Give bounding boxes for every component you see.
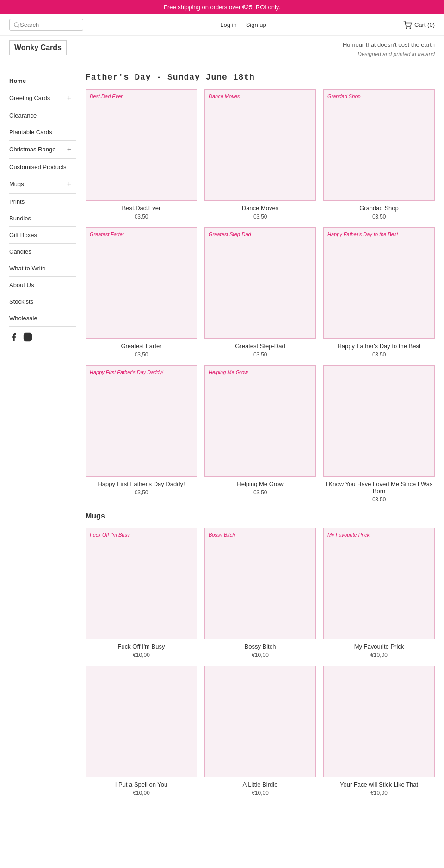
product-image-greatest-farter: Greatest Farter	[86, 227, 197, 339]
product-price: €10,00	[86, 790, 197, 796]
product-price: €3,50	[86, 213, 197, 220]
product-image-happy-fathers-day-best: Happy Father's Day to the Best	[323, 227, 435, 339]
sidebar-item-greeting-cards[interactable]: Greeting Cards +	[9, 89, 76, 107]
login-link[interactable]: Log in	[220, 21, 236, 28]
product-img-placeholder	[324, 366, 434, 476]
fathers-day-grid: Best.Dad.Ever Best.Dad.Ever €3,50 Dance …	[86, 89, 435, 503]
product-name: Happy Father's Day to the Best	[323, 343, 435, 350]
facebook-icon	[9, 332, 18, 342]
product-price: €10,00	[204, 652, 316, 658]
sidebar-item-label: Home	[9, 77, 26, 84]
product-card-fuck-off-busy[interactable]: Fuck Off I'm Busy Fuck Off I'm Busy €10,…	[86, 528, 197, 658]
product-card-dance-moves[interactable]: Dance Moves Dance Moves €3,50	[204, 89, 316, 220]
product-image-happy-first-fathers-day: Happy First Father's Day Daddy!	[86, 365, 197, 477]
product-card-bossy-bitch[interactable]: Bossy Bitch Bossy Bitch €10,00	[204, 528, 316, 658]
cart-icon	[403, 21, 412, 29]
product-label: Dance Moves	[209, 94, 240, 99]
product-card-best-dad[interactable]: Best.Dad.Ever Best.Dad.Ever €3,50	[86, 89, 197, 220]
header-nav: Log in Sign up	[220, 21, 266, 28]
header: Log in Sign up Cart (0)	[0, 14, 444, 36]
product-card-greatest-step-dad[interactable]: Greatest Step-Dad Greatest Step-Dad €3,5…	[204, 227, 316, 358]
sidebar-item-plantable-cards[interactable]: Plantable Cards	[9, 124, 76, 141]
product-img-placeholder	[86, 666, 197, 777]
mugs-grid: Fuck Off I'm Busy Fuck Off I'm Busy €10,…	[86, 528, 435, 796]
instagram-icon	[23, 332, 32, 342]
product-price: €3,50	[323, 496, 435, 503]
product-price: €3,50	[86, 489, 197, 496]
product-card-helping-me-grow[interactable]: Helping Me Grow Helping Me Grow €3,50	[204, 365, 316, 503]
product-name: Fuck Off I'm Busy	[86, 643, 197, 650]
product-name: Happy First Father's Day Daddy!	[86, 481, 197, 487]
expand-icon: +	[67, 145, 71, 154]
product-price: €10,00	[323, 652, 435, 658]
product-card-i-put-a-spell[interactable]: I Put a Spell on You €10,00	[86, 666, 197, 796]
product-label: Greatest Farter	[90, 231, 124, 237]
sidebar-item-label: Bundles	[9, 215, 31, 222]
product-card-happy-fathers-day-best[interactable]: Happy Father's Day to the Best Happy Fat…	[323, 227, 435, 358]
product-label: Happy First Father's Day Daddy!	[90, 369, 163, 375]
product-name: Helping Me Grow	[204, 481, 316, 487]
product-name: Bossy Bitch	[204, 643, 316, 650]
search-form[interactable]	[9, 19, 83, 31]
sidebar-item-clearance[interactable]: Clearance	[9, 107, 76, 124]
product-name: Best.Dad.Ever	[86, 205, 197, 212]
product-image-your-face-will-stick	[323, 666, 435, 777]
product-name: Grandad Shop	[323, 205, 435, 212]
product-img-placeholder	[324, 528, 434, 639]
product-price: €10,00	[204, 790, 316, 796]
tagline: Humour that doesn't cost the earth Desig…	[343, 40, 435, 59]
sidebar-item-label: Mugs	[9, 181, 24, 187]
svg-point-2	[406, 28, 407, 29]
product-label: Helping Me Grow	[209, 369, 248, 375]
product-image-i-know-you-have-loved	[323, 365, 435, 477]
product-img-placeholder	[205, 528, 315, 639]
product-price: €3,50	[204, 351, 316, 358]
product-card-your-face-will-stick[interactable]: Your Face will Stick Like That €10,00	[323, 666, 435, 796]
sidebar-item-what-to-write[interactable]: What to Write	[9, 260, 76, 277]
sidebar-item-home[interactable]: Home	[9, 73, 76, 89]
sidebar-item-candles[interactable]: Candles	[9, 244, 76, 260]
sidebar-item-gift-boxes[interactable]: Gift Boxes	[9, 227, 76, 244]
product-card-my-favourite-prick[interactable]: My Favourite Prick My Favourite Prick €1…	[323, 528, 435, 658]
product-img-placeholder	[205, 90, 315, 200]
sidebar-item-customised-products[interactable]: Customised Products	[9, 159, 76, 175]
instagram-link[interactable]	[23, 332, 32, 343]
product-card-greatest-farter[interactable]: Greatest Farter Greatest Farter €3,50	[86, 227, 197, 358]
sidebar-item-bundles[interactable]: Bundles	[9, 210, 76, 227]
product-price: €3,50	[323, 213, 435, 220]
product-card-a-little-birdie[interactable]: A Little Birdie €10,00	[204, 666, 316, 796]
sidebar-item-label: Stockists	[9, 298, 33, 305]
product-card-grandad-shop[interactable]: Grandad Shop Grandad Shop €3,50	[323, 89, 435, 220]
sidebar-item-stockists[interactable]: Stockists	[9, 293, 76, 310]
sidebar-item-mugs[interactable]: Mugs +	[9, 175, 76, 194]
header-left	[9, 19, 83, 31]
product-image-my-favourite-prick: My Favourite Prick	[323, 528, 435, 639]
sidebar-item-christmas-range[interactable]: Christmas Range +	[9, 141, 76, 159]
product-name: Your Face will Stick Like That	[323, 781, 435, 788]
tagline-line2: Designed and printed in Ireland	[343, 50, 435, 59]
cart-label[interactable]: Cart (0)	[414, 21, 435, 28]
product-name: Greatest Step-Dad	[204, 343, 316, 350]
content: Father's Day - Sunday June 18th Best.Dad…	[76, 68, 444, 810]
sidebar-item-label: Gift Boxes	[9, 231, 37, 238]
tagline-line1: Humour that doesn't cost the earth	[343, 40, 435, 50]
sidebar-item-wholesale[interactable]: Wholesale	[9, 310, 76, 327]
signup-link[interactable]: Sign up	[246, 21, 266, 28]
sidebar-item-about-us[interactable]: About Us	[9, 277, 76, 293]
expand-icon: +	[67, 94, 71, 102]
svg-point-0	[14, 22, 18, 26]
facebook-link[interactable]	[9, 332, 18, 343]
top-banner: Free shipping on orders over €25. ROI on…	[0, 0, 444, 14]
mugs-title: Mugs	[86, 512, 435, 520]
product-image-bossy-bitch: Bossy Bitch	[204, 528, 316, 639]
product-card-i-know-you-have-loved[interactable]: I Know You Have Loved Me Since I Was Bor…	[323, 365, 435, 503]
product-image-best-dad: Best.Dad.Ever	[86, 89, 197, 201]
product-img-placeholder	[205, 366, 315, 476]
product-card-happy-first-fathers-day[interactable]: Happy First Father's Day Daddy! Happy Fi…	[86, 365, 197, 503]
sidebar-social	[9, 327, 76, 349]
product-image-greatest-step-dad: Greatest Step-Dad	[204, 227, 316, 339]
logo-area: Wonky Cards Humour that doesn't cost the…	[0, 36, 444, 68]
search-input[interactable]	[20, 21, 75, 28]
sidebar-item-label: What to Write	[9, 265, 46, 272]
sidebar-item-prints[interactable]: Prints	[9, 194, 76, 210]
